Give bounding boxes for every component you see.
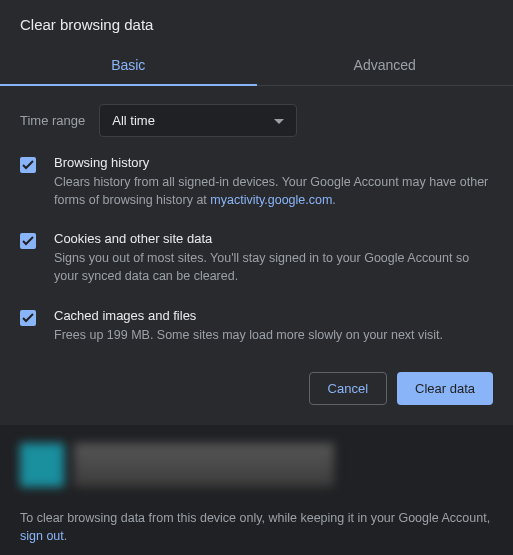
avatar xyxy=(20,443,64,487)
check-icon xyxy=(22,160,34,170)
option-title: Browsing history xyxy=(54,155,493,170)
footer-text: To clear browsing data from this device … xyxy=(20,509,493,547)
time-range-label: Time range xyxy=(20,113,85,128)
time-range-row: Time range All time xyxy=(0,86,513,155)
checkbox-browsing-history[interactable] xyxy=(20,157,36,173)
sign-out-link[interactable]: sign out xyxy=(20,529,64,543)
tab-basic-label: Basic xyxy=(111,57,145,73)
check-icon xyxy=(22,313,34,323)
clear-data-button[interactable]: Clear data xyxy=(397,372,493,405)
check-icon xyxy=(22,236,34,246)
dialog-title: Clear browsing data xyxy=(0,0,513,47)
option-desc: Frees up 199 MB. Some sites may load mor… xyxy=(54,326,493,344)
checkbox-cookies[interactable] xyxy=(20,233,36,249)
checkbox-cache[interactable] xyxy=(20,310,36,326)
tab-basic[interactable]: Basic xyxy=(0,47,257,85)
option-desc: Signs you out of most sites. You'll stay… xyxy=(54,249,493,285)
time-range-select[interactable]: All time xyxy=(99,104,297,137)
clear-browsing-data-dialog: Clear browsing data Basic Advanced Time … xyxy=(0,0,513,555)
option-browsing-history: Browsing history Clears history from all… xyxy=(20,155,493,209)
option-cookies: Cookies and other site data Signs you ou… xyxy=(20,231,493,285)
dialog-buttons: Cancel Clear data xyxy=(0,366,513,425)
options-list: Browsing history Clears history from all… xyxy=(0,155,513,366)
option-title: Cookies and other site data xyxy=(54,231,493,246)
tab-advanced-label: Advanced xyxy=(354,57,416,73)
myactivity-link[interactable]: myactivity.google.com xyxy=(210,193,332,207)
time-range-value: All time xyxy=(112,113,155,128)
dialog-footer: To clear browsing data from this device … xyxy=(0,425,513,555)
chevron-down-icon xyxy=(274,113,284,128)
tab-advanced[interactable]: Advanced xyxy=(257,47,514,85)
account-text-redacted xyxy=(74,443,334,487)
account-info-redacted xyxy=(20,443,493,487)
option-cache: Cached images and files Frees up 199 MB.… xyxy=(20,308,493,344)
cancel-button[interactable]: Cancel xyxy=(309,372,387,405)
option-desc: Clears history from all signed-in device… xyxy=(54,173,493,209)
tab-bar: Basic Advanced xyxy=(0,47,513,86)
option-title: Cached images and files xyxy=(54,308,493,323)
